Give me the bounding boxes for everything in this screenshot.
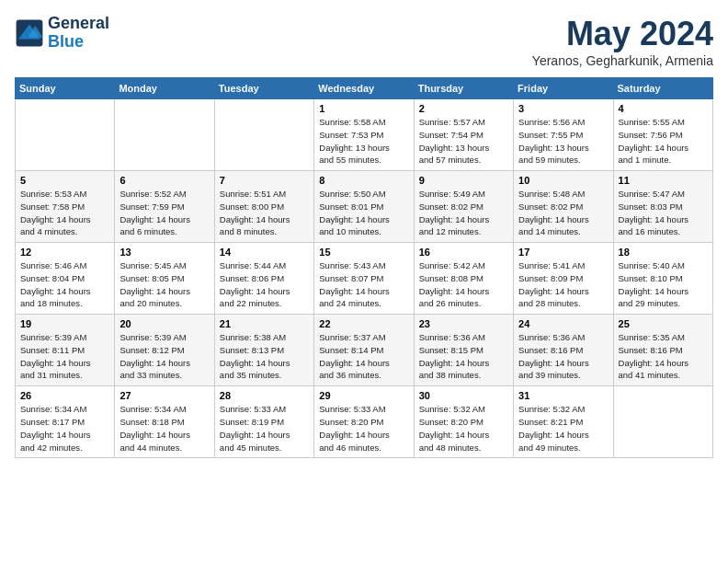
- day-info: Sunrise: 5:50 AMSunset: 8:01 PMDaylight:…: [319, 188, 408, 238]
- day-info: Sunrise: 5:48 AMSunset: 8:02 PMDaylight:…: [518, 188, 608, 238]
- calendar-cell: 27Sunrise: 5:34 AMSunset: 8:18 PMDayligh…: [115, 386, 214, 458]
- page-header: General Blue May 2024 Yeranos, Gegharkun…: [15, 15, 713, 68]
- calendar-week-5: 26Sunrise: 5:34 AMSunset: 8:17 PMDayligh…: [16, 386, 713, 458]
- calendar-cell: 4Sunrise: 5:55 AMSunset: 7:56 PMDaylight…: [613, 99, 712, 171]
- day-info: Sunrise: 5:41 AMSunset: 8:09 PMDaylight:…: [518, 259, 608, 310]
- calendar-cell: 7Sunrise: 5:51 AMSunset: 8:00 PMDaylight…: [214, 171, 313, 243]
- calendar-cell: 19Sunrise: 5:39 AMSunset: 8:11 PMDayligh…: [16, 315, 115, 386]
- day-number: 22: [319, 318, 408, 329]
- day-info: Sunrise: 5:46 AMSunset: 8:04 PMDaylight:…: [20, 259, 109, 310]
- day-info: Sunrise: 5:47 AMSunset: 8:03 PMDaylight:…: [619, 188, 708, 238]
- day-info: Sunrise: 5:51 AMSunset: 8:00 PMDaylight:…: [220, 188, 309, 238]
- calendar-cell: 31Sunrise: 5:32 AMSunset: 8:21 PMDayligh…: [514, 386, 613, 458]
- calendar-cell: 20Sunrise: 5:39 AMSunset: 8:12 PMDayligh…: [115, 315, 214, 386]
- day-number: 17: [518, 247, 608, 258]
- calendar-cell: 9Sunrise: 5:49 AMSunset: 8:02 PMDaylight…: [414, 171, 513, 243]
- day-number: 11: [619, 175, 708, 186]
- day-number: 9: [419, 175, 508, 186]
- title-block: May 2024 Yeranos, Gegharkunik, Armenia: [532, 15, 713, 68]
- day-number: 13: [119, 247, 209, 258]
- day-info: Sunrise: 5:39 AMSunset: 8:11 PMDaylight:…: [20, 331, 109, 382]
- day-number: 14: [220, 247, 309, 258]
- day-info: Sunrise: 5:49 AMSunset: 8:02 PMDaylight:…: [419, 188, 508, 238]
- day-number: 15: [319, 247, 408, 258]
- day-number: 23: [419, 318, 508, 329]
- calendar-week-1: 1Sunrise: 5:58 AMSunset: 7:53 PMDaylight…: [16, 99, 713, 171]
- calendar-cell: 2Sunrise: 5:57 AMSunset: 7:54 PMDaylight…: [414, 99, 513, 171]
- calendar-cell: 8Sunrise: 5:50 AMSunset: 8:01 PMDaylight…: [314, 171, 414, 243]
- day-number: 10: [518, 175, 608, 186]
- col-friday: Friday: [514, 78, 613, 99]
- logo-line2: Blue: [48, 33, 109, 52]
- day-number: 27: [119, 390, 209, 401]
- calendar-cell: [16, 99, 115, 171]
- day-info: Sunrise: 5:45 AMSunset: 8:05 PMDaylight:…: [119, 259, 209, 310]
- calendar-cell: 25Sunrise: 5:35 AMSunset: 8:16 PMDayligh…: [613, 315, 712, 386]
- day-info: Sunrise: 5:32 AMSunset: 8:20 PMDaylight:…: [419, 403, 508, 454]
- logo-icon: [15, 18, 44, 48]
- col-sunday: Sunday: [16, 78, 115, 99]
- day-number: 29: [319, 390, 408, 401]
- calendar-title: May 2024: [532, 15, 713, 53]
- day-info: Sunrise: 5:36 AMSunset: 8:16 PMDaylight:…: [518, 331, 608, 382]
- day-number: 26: [20, 390, 109, 401]
- day-number: 20: [119, 318, 209, 329]
- col-tuesday: Tuesday: [214, 78, 313, 99]
- calendar-cell: 29Sunrise: 5:33 AMSunset: 8:20 PMDayligh…: [314, 386, 414, 458]
- day-info: Sunrise: 5:53 AMSunset: 7:58 PMDaylight:…: [20, 188, 109, 238]
- col-thursday: Thursday: [414, 78, 513, 99]
- calendar-cell: 14Sunrise: 5:44 AMSunset: 8:06 PMDayligh…: [214, 243, 313, 315]
- day-info: Sunrise: 5:58 AMSunset: 7:53 PMDaylight:…: [319, 116, 408, 167]
- day-number: 28: [220, 390, 309, 401]
- calendar-cell: 5Sunrise: 5:53 AMSunset: 7:58 PMDaylight…: [16, 171, 115, 243]
- calendar-cell: 10Sunrise: 5:48 AMSunset: 8:02 PMDayligh…: [514, 171, 613, 243]
- calendar-cell: 22Sunrise: 5:37 AMSunset: 8:14 PMDayligh…: [314, 315, 414, 386]
- day-number: 19: [20, 318, 109, 329]
- day-info: Sunrise: 5:44 AMSunset: 8:06 PMDaylight:…: [220, 259, 309, 310]
- day-info: Sunrise: 5:43 AMSunset: 8:07 PMDaylight:…: [319, 259, 408, 310]
- day-number: 3: [518, 103, 608, 114]
- day-info: Sunrise: 5:56 AMSunset: 7:55 PMDaylight:…: [518, 116, 608, 167]
- calendar-location: Yeranos, Gegharkunik, Armenia: [532, 53, 713, 68]
- day-number: 31: [518, 390, 608, 401]
- calendar-cell: 12Sunrise: 5:46 AMSunset: 8:04 PMDayligh…: [16, 243, 115, 315]
- calendar-cell: 26Sunrise: 5:34 AMSunset: 8:17 PMDayligh…: [16, 386, 115, 458]
- day-info: Sunrise: 5:32 AMSunset: 8:21 PMDaylight:…: [518, 403, 608, 454]
- day-info: Sunrise: 5:34 AMSunset: 8:17 PMDaylight:…: [20, 403, 109, 454]
- day-info: Sunrise: 5:37 AMSunset: 8:14 PMDaylight:…: [319, 331, 408, 382]
- logo: General Blue: [15, 15, 109, 52]
- day-number: 7: [220, 175, 309, 186]
- day-number: 12: [20, 247, 109, 258]
- col-saturday: Saturday: [613, 78, 712, 99]
- day-number: 30: [419, 390, 508, 401]
- logo-line1: General: [48, 15, 109, 33]
- day-info: Sunrise: 5:57 AMSunset: 7:54 PMDaylight:…: [419, 116, 508, 167]
- calendar-header-row: Sunday Monday Tuesday Wednesday Thursday…: [16, 78, 713, 99]
- calendar-week-4: 19Sunrise: 5:39 AMSunset: 8:11 PMDayligh…: [16, 315, 713, 386]
- day-number: 8: [319, 175, 408, 186]
- calendar-week-3: 12Sunrise: 5:46 AMSunset: 8:04 PMDayligh…: [16, 243, 713, 315]
- calendar-cell: 11Sunrise: 5:47 AMSunset: 8:03 PMDayligh…: [613, 171, 712, 243]
- day-info: Sunrise: 5:55 AMSunset: 7:56 PMDaylight:…: [619, 116, 708, 167]
- day-info: Sunrise: 5:34 AMSunset: 8:18 PMDaylight:…: [119, 403, 209, 454]
- day-info: Sunrise: 5:35 AMSunset: 8:16 PMDaylight:…: [619, 331, 708, 382]
- col-wednesday: Wednesday: [314, 78, 414, 99]
- calendar-cell: 1Sunrise: 5:58 AMSunset: 7:53 PMDaylight…: [314, 99, 414, 171]
- day-number: 25: [619, 318, 708, 329]
- calendar-cell: [613, 386, 712, 458]
- day-info: Sunrise: 5:33 AMSunset: 8:20 PMDaylight:…: [319, 403, 408, 454]
- calendar-week-2: 5Sunrise: 5:53 AMSunset: 7:58 PMDaylight…: [16, 171, 713, 243]
- day-info: Sunrise: 5:40 AMSunset: 8:10 PMDaylight:…: [619, 259, 708, 310]
- day-number: 4: [619, 103, 708, 114]
- day-info: Sunrise: 5:52 AMSunset: 7:59 PMDaylight:…: [119, 188, 209, 238]
- day-info: Sunrise: 5:36 AMSunset: 8:15 PMDaylight:…: [419, 331, 508, 382]
- calendar-cell: 30Sunrise: 5:32 AMSunset: 8:20 PMDayligh…: [414, 386, 513, 458]
- col-monday: Monday: [115, 78, 214, 99]
- calendar-cell: 16Sunrise: 5:42 AMSunset: 8:08 PMDayligh…: [414, 243, 513, 315]
- day-info: Sunrise: 5:33 AMSunset: 8:19 PMDaylight:…: [220, 403, 309, 454]
- day-number: 5: [20, 175, 109, 186]
- day-number: 6: [119, 175, 209, 186]
- calendar-cell: 17Sunrise: 5:41 AMSunset: 8:09 PMDayligh…: [514, 243, 613, 315]
- calendar-cell: 3Sunrise: 5:56 AMSunset: 7:55 PMDaylight…: [514, 99, 613, 171]
- day-info: Sunrise: 5:39 AMSunset: 8:12 PMDaylight:…: [119, 331, 209, 382]
